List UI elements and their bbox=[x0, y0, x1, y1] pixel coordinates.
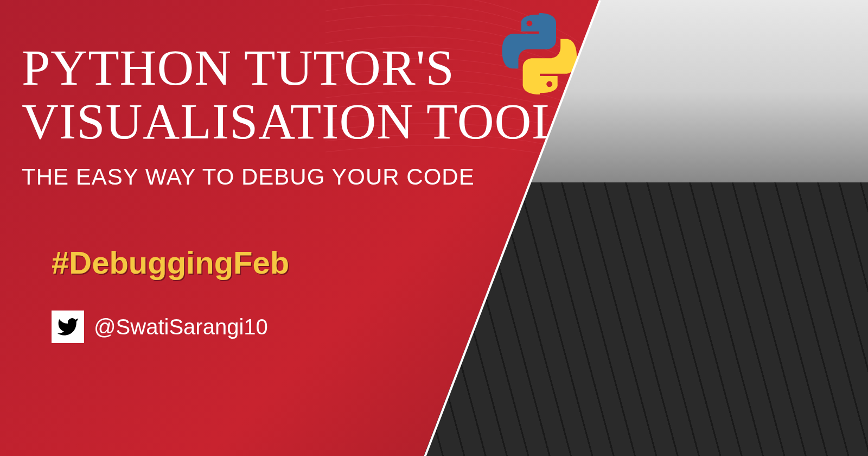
title-line-1: PYTHON TUTOR'S bbox=[22, 39, 455, 96]
title-line-2: VISUALISATION TOOL bbox=[22, 93, 564, 149]
twitter-handle-text: @SwatiSarangi10 bbox=[94, 315, 268, 339]
banner-container: PYTHON TUTOR'S VISUALISATION TOOL THE EA… bbox=[0, 0, 868, 456]
twitter-icon bbox=[52, 311, 84, 343]
